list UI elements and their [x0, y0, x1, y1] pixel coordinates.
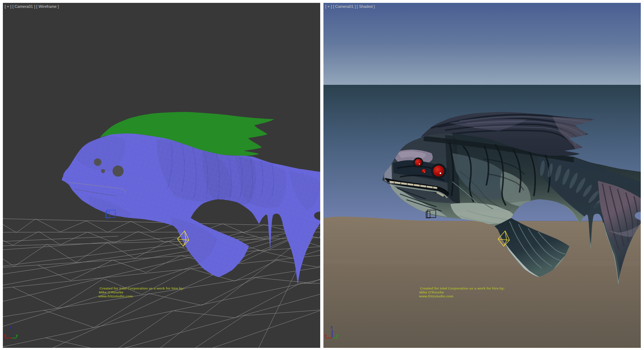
- svg-text:z: z: [331, 325, 333, 329]
- svg-text:x: x: [4, 333, 6, 337]
- svg-text:Created for Intel Corporation: Created for Intel Corporation as a work …: [420, 286, 505, 290]
- svg-text:Mike O'Rourke: Mike O'Rourke: [99, 290, 123, 294]
- svg-text:Mike O'Rourke: Mike O'Rourke: [419, 290, 444, 294]
- svg-text:z: z: [10, 325, 12, 329]
- svg-text:www.fritzstudio.com: www.fritzstudio.com: [98, 294, 133, 298]
- svg-text:y: y: [336, 333, 339, 337]
- svg-text:x: x: [325, 333, 327, 337]
- svg-text:www.fritzstudio.com: www.fritzstudio.com: [419, 294, 453, 298]
- svg-text:y: y: [16, 333, 18, 337]
- svg-text:Created for Intel Corporation: Created for Intel Corporation as a work …: [99, 286, 184, 290]
